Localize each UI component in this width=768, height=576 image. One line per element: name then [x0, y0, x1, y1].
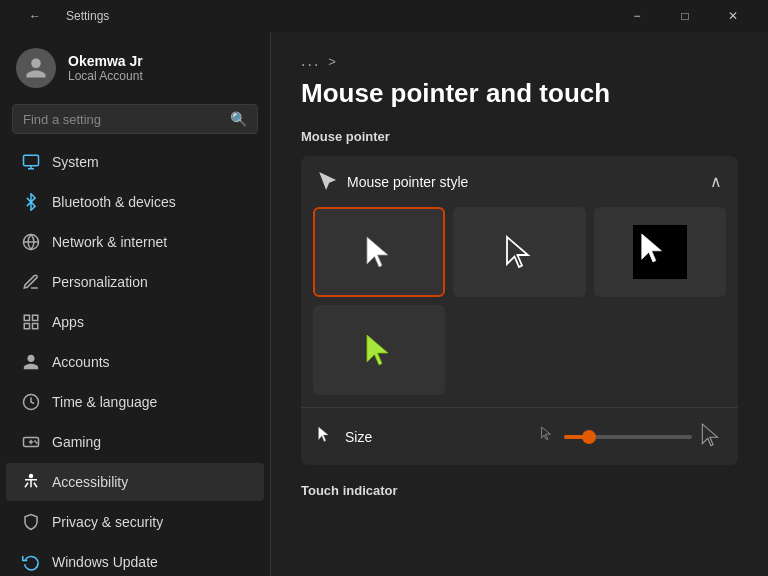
nav-windows-update[interactable]: Windows Update	[6, 543, 264, 576]
time-icon	[22, 393, 40, 411]
nav-accessibility[interactable]: Accessibility	[6, 463, 264, 501]
search-box[interactable]: 🔍	[12, 104, 258, 134]
avatar	[16, 48, 56, 88]
chevron-up-icon: ∧	[710, 172, 722, 191]
accessibility-icon	[22, 473, 40, 491]
close-button[interactable]: ✕	[710, 0, 756, 32]
size-small-cursor-icon	[317, 425, 333, 448]
user-name: Okemwa Jr	[68, 53, 143, 69]
svg-rect-6	[33, 315, 38, 320]
pointer-style-icon	[317, 170, 337, 193]
back-icon: ←	[29, 9, 41, 23]
pointer-option-green[interactable]	[313, 305, 445, 395]
size-cursor-small-icon	[540, 425, 556, 448]
personalization-icon	[22, 273, 40, 291]
size-row: Size	[301, 407, 738, 465]
accessibility-label: Accessibility	[52, 474, 128, 490]
pointer-option-outline[interactable]	[453, 207, 585, 297]
nav-personalization[interactable]: Personalization	[6, 263, 264, 301]
pointer-style-label: Mouse pointer style	[347, 174, 468, 190]
nav-system[interactable]: System	[6, 143, 264, 181]
system-icon	[22, 153, 40, 171]
apps-icon	[22, 313, 40, 331]
inverted-bg	[633, 225, 687, 279]
privacy-icon	[22, 513, 40, 531]
pointer-style-header-left: Mouse pointer style	[317, 170, 468, 193]
user-info: Okemwa Jr Local Account	[68, 53, 143, 83]
bluetooth-label: Bluetooth & devices	[52, 194, 176, 210]
nav-bluetooth[interactable]: Bluetooth & devices	[6, 183, 264, 221]
titlebar-controls: − □ ✕	[614, 0, 756, 32]
nav-apps[interactable]: Apps	[6, 303, 264, 341]
nav-accounts[interactable]: Accounts	[6, 343, 264, 381]
pointer-option-inverted[interactable]	[594, 207, 726, 297]
accounts-icon	[22, 353, 40, 371]
network-label: Network & internet	[52, 234, 167, 250]
size-slider-track[interactable]	[564, 435, 693, 439]
pointer-options-grid	[301, 207, 738, 407]
page-title: Mouse pointer and touch	[301, 78, 738, 109]
breadcrumb: ... >	[301, 52, 738, 70]
apps-label: Apps	[52, 314, 84, 330]
titlebar: ← Settings − □ ✕	[0, 0, 768, 32]
user-account-type: Local Account	[68, 69, 143, 83]
svg-rect-5	[24, 315, 29, 320]
pointer-style-card: Mouse pointer style ∧	[301, 156, 738, 465]
size-slider-container	[540, 422, 723, 451]
svg-point-13	[35, 441, 36, 442]
personalization-label: Personalization	[52, 274, 148, 290]
breadcrumb-arrow: >	[328, 54, 336, 69]
accounts-label: Accounts	[52, 354, 110, 370]
back-button[interactable]: ←	[12, 0, 58, 32]
windows-update-icon	[22, 553, 40, 571]
user-avatar-icon	[24, 56, 48, 80]
search-icon: 🔍	[230, 111, 247, 127]
svg-point-15	[30, 475, 33, 478]
titlebar-left: ← Settings	[12, 0, 109, 32]
breadcrumb-dots: ...	[301, 52, 320, 70]
time-label: Time & language	[52, 394, 157, 410]
bluetooth-icon	[22, 193, 40, 211]
mouse-pointer-section-title: Mouse pointer	[301, 129, 738, 144]
pointer-option-white[interactable]	[313, 207, 445, 297]
minimize-button[interactable]: −	[614, 0, 660, 32]
system-label: System	[52, 154, 99, 170]
nav-privacy[interactable]: Privacy & security	[6, 503, 264, 541]
size-label: Size	[345, 429, 528, 445]
touch-indicator-section-title: Touch indicator	[301, 483, 738, 498]
cursor-outline-icon	[504, 234, 534, 270]
content-area: ... > Mouse pointer and touch Mouse poin…	[271, 32, 768, 576]
sidebar: Okemwa Jr Local Account 🔍 System Bluetoo…	[0, 32, 270, 576]
nav-time[interactable]: Time & language	[6, 383, 264, 421]
svg-rect-0	[24, 155, 39, 166]
maximize-button[interactable]: □	[662, 0, 708, 32]
cursor-green-icon	[364, 332, 394, 368]
user-section: Okemwa Jr Local Account	[0, 32, 270, 100]
cursor-white-icon	[364, 234, 394, 270]
svg-rect-8	[24, 324, 29, 329]
pointer-style-header[interactable]: Mouse pointer style ∧	[301, 156, 738, 207]
size-slider-thumb[interactable]	[582, 430, 596, 444]
main-layout: Okemwa Jr Local Account 🔍 System Bluetoo…	[0, 32, 768, 576]
search-input[interactable]	[23, 112, 222, 127]
titlebar-title: Settings	[66, 9, 109, 23]
svg-rect-7	[33, 324, 38, 329]
size-cursor-large-icon	[700, 422, 722, 451]
cursor-inverted-icon	[639, 231, 667, 265]
svg-point-14	[36, 442, 37, 443]
gaming-label: Gaming	[52, 434, 101, 450]
nav-gaming[interactable]: Gaming	[6, 423, 264, 461]
network-icon	[22, 233, 40, 251]
privacy-label: Privacy & security	[52, 514, 163, 530]
windows-update-label: Windows Update	[52, 554, 158, 570]
nav-network[interactable]: Network & internet	[6, 223, 264, 261]
gaming-icon	[22, 433, 40, 451]
